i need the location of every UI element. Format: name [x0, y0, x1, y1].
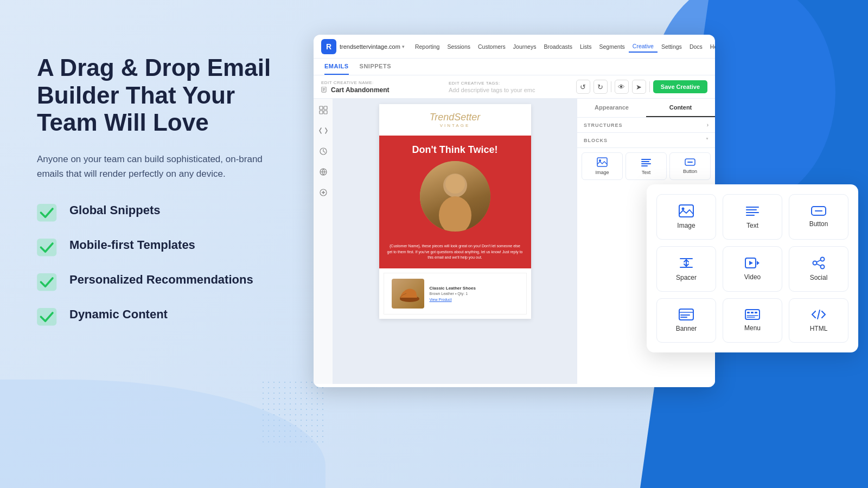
svg-rect-22	[597, 158, 607, 166]
feature-item-dynamic: Dynamic Content	[37, 307, 286, 328]
blocks-label: BLOCKS	[584, 138, 608, 143]
sidebar-icon-code[interactable]	[317, 125, 329, 137]
domain-text: trendsettervintage.com	[340, 43, 400, 50]
svg-line-48	[816, 264, 821, 266]
product-info: Classic Leather Shoes Brown Leather • Qt…	[430, 286, 519, 301]
block-image-label: Image	[595, 170, 609, 175]
floating-video-icon	[745, 257, 760, 269]
undo-button[interactable]: ↺	[576, 80, 590, 94]
nav-link-segments[interactable]: Segments	[596, 41, 629, 52]
svg-rect-11	[324, 111, 327, 114]
svg-rect-3	[37, 308, 56, 325]
nav-link-broadcasts[interactable]: Broadcasts	[540, 41, 576, 52]
floating-blocks-panel: Image Text Button	[647, 184, 858, 352]
email-hero-image	[420, 161, 490, 232]
email-product: Classic Leather Shoes Brown Leather • Qt…	[384, 273, 527, 314]
product-name: Classic Leather Shoes	[430, 286, 519, 291]
block-text[interactable]: Text	[626, 152, 667, 180]
product-link[interactable]: View Product	[430, 298, 519, 301]
nav-links: Reporting Sessions Customers Journeys Br…	[411, 41, 715, 53]
sidebar-icon-add[interactable]	[317, 187, 329, 198]
left-panel: A Drag & Drop Email Builder That Your Te…	[37, 54, 286, 328]
svg-line-47	[816, 260, 821, 262]
svg-point-44	[821, 258, 825, 261]
block-button[interactable]: Button	[669, 152, 711, 180]
svg-rect-10	[320, 111, 323, 114]
tab-snippets[interactable]: SNIPPETS	[360, 59, 391, 75]
floating-block-banner[interactable]: Banner	[656, 298, 716, 343]
floating-html-icon	[811, 309, 826, 320]
image-block-icon	[597, 157, 608, 167]
email-hero: Don't Think Twice!	[379, 136, 531, 239]
check-icon-global	[37, 204, 59, 223]
floating-block-html[interactable]: HTML	[789, 298, 848, 343]
layout-icon	[319, 106, 328, 114]
tab-appearance[interactable]: Appearance	[577, 99, 646, 117]
right-panel-tabs: Appearance Content	[577, 99, 715, 118]
nav-domain[interactable]: trendsettervintage.com ▾	[340, 43, 405, 50]
shoe-icon	[394, 282, 422, 304]
preview-button[interactable]: 👁	[615, 80, 629, 94]
svg-rect-1	[37, 239, 56, 256]
nav-link-journeys[interactable]: Journeys	[509, 41, 540, 52]
nav-link-settings[interactable]: Settings	[658, 41, 686, 52]
redo-button[interactable]: ↻	[593, 80, 608, 94]
tab-emails[interactable]: EMAILS	[324, 59, 349, 75]
nav-link-reporting[interactable]: Reporting	[411, 41, 444, 52]
email-card: TrendSetter VINTAGE Don't Think Twice!	[379, 104, 531, 319]
block-button-label: Button	[683, 169, 697, 174]
svg-point-31	[682, 208, 685, 210]
svg-rect-53	[745, 310, 760, 319]
feature-item-mobile: Mobile-first Templates	[37, 237, 286, 258]
toolbar-name-display: Cart Abandonment	[321, 86, 443, 94]
toolbar-actions: ↺ ↻ 👁 ➤ Save Creative	[576, 80, 707, 94]
block-image[interactable]: Image	[582, 152, 623, 180]
floating-block-social[interactable]: Social	[789, 246, 848, 292]
toolbar: EDIT CREATIVE NAME: Cart Abandonment EDI…	[314, 75, 715, 99]
tab-content[interactable]: Content	[646, 99, 715, 117]
floating-block-spacer[interactable]: Spacer	[656, 246, 716, 292]
floating-block-image[interactable]: Image	[656, 194, 716, 240]
floating-block-button[interactable]: Button	[789, 194, 848, 240]
svg-marker-43	[749, 261, 753, 265]
svg-point-19	[439, 196, 471, 232]
tags-placeholder[interactable]: Add descriptive tags to your emc	[449, 87, 571, 93]
nav-link-customers[interactable]: Customers	[474, 41, 509, 52]
check-icon-dynamic	[37, 308, 59, 328]
feature-label-global-snippets: Global Snippets	[69, 203, 160, 219]
email-logo-text: TrendSetter	[387, 112, 524, 123]
structures-section-header[interactable]: STRUCTURES ›	[577, 118, 715, 133]
left-sidebar	[314, 99, 333, 384]
feature-list: Global Snippets Mobile-first Templates P…	[37, 203, 286, 328]
creative-name: Cart Abandonment	[331, 86, 390, 94]
blocks-section: Image Text	[577, 148, 715, 184]
nav-link-sessions[interactable]: Sessions	[443, 41, 474, 52]
save-creative-button[interactable]: Save Creative	[653, 80, 707, 93]
feature-item-personalized: Personalized Recommendations	[37, 272, 286, 293]
link-icon	[319, 168, 328, 176]
nav-link-help[interactable]: Help	[706, 41, 715, 52]
sidebar-icon-history[interactable]	[317, 145, 329, 157]
nav-link-docs[interactable]: Docs	[686, 41, 706, 52]
edit-name-label: EDIT CREATIVE NAME:	[321, 80, 443, 85]
add-icon	[319, 188, 328, 197]
check-icon-mobile	[37, 239, 59, 258]
nav-link-lists[interactable]: Lists	[576, 41, 596, 52]
floating-block-video[interactable]: Video	[723, 246, 782, 292]
structures-chevron: ›	[707, 122, 709, 128]
blocks-section-header[interactable]: BLOCKS ˅	[577, 133, 715, 148]
floating-menu-icon	[745, 309, 760, 320]
floating-button-label: Button	[809, 220, 828, 228]
sidebar-icon-layout[interactable]	[317, 104, 329, 116]
tab-bar: EMAILS SNIPPETS	[314, 59, 715, 75]
floating-block-menu[interactable]: Menu	[723, 298, 782, 343]
send-button[interactable]: ➤	[632, 80, 646, 94]
toolbar-divider-2	[649, 81, 650, 92]
svg-rect-9	[324, 106, 327, 110]
email-header: TrendSetter VINTAGE	[379, 104, 531, 136]
sidebar-icon-link[interactable]	[317, 166, 329, 178]
toolbar-tags-section: EDIT CREATIVE TAGS: Add descriptive tags…	[449, 81, 571, 93]
floating-menu-label: Menu	[744, 324, 761, 332]
floating-block-text[interactable]: Text	[723, 194, 782, 240]
nav-link-creative[interactable]: Creative	[629, 41, 658, 53]
